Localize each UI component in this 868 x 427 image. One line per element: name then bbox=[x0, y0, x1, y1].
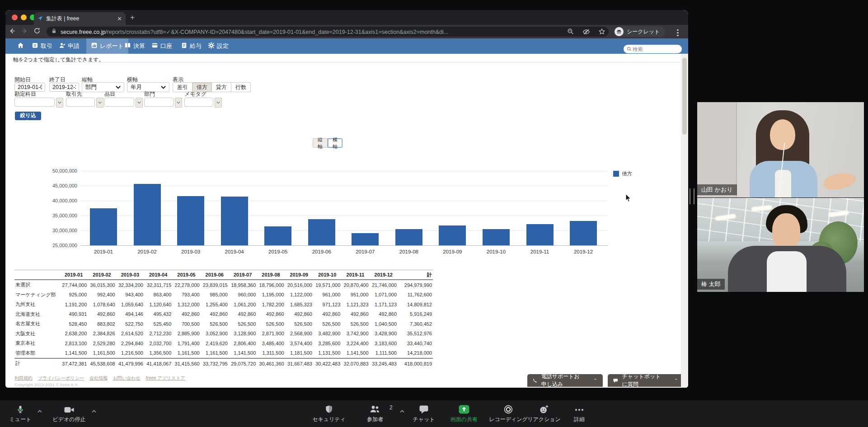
filter-input-メモタグ[interactable] bbox=[184, 98, 213, 107]
share-screen-button[interactable]: 画面の共有 bbox=[444, 404, 484, 423]
macos-minimize-button[interactable] bbox=[21, 14, 27, 20]
nav-item-home[interactable] bbox=[13, 38, 28, 54]
participant-video-2[interactable]: 椿 太郎 bbox=[697, 198, 864, 292]
nav-item-closing[interactable]: 決算 bbox=[120, 38, 150, 54]
table-cell: 883,802 bbox=[88, 319, 116, 329]
browser-menu-icon[interactable] bbox=[677, 28, 679, 38]
bar-2019-05 bbox=[264, 226, 291, 245]
combo-dropdown-button[interactable] bbox=[175, 98, 182, 108]
table-cell: 1,141,500 bbox=[229, 348, 257, 359]
table-cell: 522,750 bbox=[116, 319, 144, 329]
report-icon bbox=[91, 42, 98, 50]
phone-support-button[interactable]: 電話サポートお申し込み ⌃ bbox=[527, 374, 603, 387]
nav-search-box[interactable] bbox=[624, 45, 682, 53]
nav-item-settings[interactable]: 設定 bbox=[203, 38, 233, 54]
footer-link[interactable]: プライバシーポリシー bbox=[38, 375, 84, 381]
table-cell: 7,360,452 bbox=[398, 319, 433, 329]
table-cell: 27,744,000 bbox=[60, 280, 88, 290]
table-cell: 23,839,015 bbox=[201, 280, 229, 290]
x-axis-label: 2019-01 bbox=[85, 249, 122, 254]
table-row: 未選択27,744,00036,015,30032,334,20032,311,… bbox=[14, 280, 433, 290]
bookmark-star-icon[interactable] bbox=[598, 28, 605, 37]
table-cell: 1,059,640 bbox=[116, 300, 144, 310]
table-cell: 492,860 bbox=[313, 310, 341, 319]
mute-button[interactable]: ミュート bbox=[7, 404, 33, 423]
filter-submit-button[interactable]: 絞り込む bbox=[15, 112, 41, 120]
display-option-貸方[interactable]: 貸方 bbox=[212, 82, 231, 92]
table-cell: 492,860 bbox=[370, 310, 398, 319]
mute-options-chevron[interactable] bbox=[37, 407, 42, 415]
axis-toggle-横軸[interactable]: 横軸 bbox=[328, 138, 343, 148]
table-row: 九州支社1,191,2001,078,6401,059,6401,120,640… bbox=[14, 300, 433, 310]
new-tab-button[interactable]: + bbox=[130, 14, 135, 21]
incognito-badge[interactable]: シークレット bbox=[614, 26, 665, 37]
filter-input-部門[interactable] bbox=[144, 98, 174, 107]
forward-icon[interactable] bbox=[18, 27, 31, 37]
nav-item-request[interactable]: 申請 bbox=[54, 38, 84, 54]
filter-input-取引先[interactable] bbox=[66, 98, 95, 107]
chatbot-button[interactable]: チャットボットに質問 ⌃ bbox=[608, 374, 684, 387]
tracking-protection-eye-icon[interactable] bbox=[582, 28, 590, 38]
phone-icon bbox=[533, 377, 537, 384]
page-scrollbar[interactable] bbox=[681, 54, 688, 388]
combo-dropdown-button[interactable] bbox=[136, 98, 143, 108]
participants-options-chevron[interactable] bbox=[399, 407, 405, 415]
table-cell: 2,885,900 bbox=[172, 329, 200, 339]
footer-link[interactable]: freee アプリストア bbox=[146, 375, 185, 381]
tab-title: 集計表 | freee bbox=[46, 15, 117, 23]
nav-item-account[interactable]: 口座 bbox=[147, 38, 177, 54]
video-panel-handle[interactable] bbox=[690, 188, 694, 204]
vertical-axis-select[interactable]: 部門 bbox=[82, 82, 124, 92]
nav-item-payroll[interactable]: 給与 bbox=[176, 38, 206, 54]
bar-2019-06 bbox=[308, 219, 335, 245]
row-label: マーケティング部 bbox=[14, 290, 60, 300]
participant-video-1[interactable]: 山田 かおり bbox=[697, 102, 864, 197]
address-bar[interactable]: secure.freee.co.jp/reports/crosstabs?utf… bbox=[47, 27, 609, 37]
zoom-out-icon[interactable] bbox=[567, 28, 574, 37]
table-column-header: 2019-11 bbox=[341, 270, 369, 280]
x-axis-label: 2019-09 bbox=[434, 249, 470, 254]
table-cell: 1,216,500 bbox=[116, 348, 144, 359]
axis-toggle-縦軸[interactable]: 縦軸 bbox=[313, 138, 328, 148]
security-button[interactable]: セキュリティ bbox=[309, 404, 349, 423]
table-cell: 494,146 bbox=[116, 310, 144, 319]
table-cell: 33,245,483 bbox=[370, 358, 398, 369]
x-axis-label: 2019-06 bbox=[304, 249, 340, 254]
bar-2019-09 bbox=[439, 225, 466, 245]
table-cell: 3,428,900 bbox=[370, 329, 398, 339]
video1-background bbox=[697, 102, 737, 197]
back-icon[interactable] bbox=[5, 27, 18, 37]
footer-link[interactable]: 利用規約 bbox=[14, 375, 33, 381]
more-button[interactable]: 詳細 bbox=[566, 404, 593, 423]
record-button[interactable]: レコーディング bbox=[487, 404, 530, 423]
footer-link[interactable]: お問い合わせ bbox=[113, 375, 141, 381]
participants-button[interactable]: 参加者 bbox=[357, 404, 393, 423]
scrollbar-thumb[interactable] bbox=[682, 58, 687, 135]
browser-tab[interactable]: 集計表 | freee ✕ bbox=[34, 12, 126, 25]
search-input[interactable] bbox=[632, 46, 679, 52]
x-axis-label: 2019-04 bbox=[216, 249, 253, 254]
combo-dropdown-button[interactable] bbox=[56, 98, 63, 108]
display-option-行数[interactable]: 行数 bbox=[231, 82, 251, 92]
filter-input-勘定科目[interactable] bbox=[14, 98, 55, 107]
bar-2019-03 bbox=[177, 196, 204, 245]
table-cell: 1,356,500 bbox=[144, 348, 172, 359]
stop-video-button[interactable]: ビデオの停止 bbox=[51, 404, 88, 423]
chat-button[interactable]: チャット bbox=[409, 404, 439, 423]
chart-gridline bbox=[80, 171, 608, 171]
macos-close-button[interactable] bbox=[12, 14, 18, 20]
table-cell: 1,161,500 bbox=[201, 348, 229, 359]
table-cell: 1,121,323 bbox=[341, 300, 369, 310]
filter-label: 品目 bbox=[104, 90, 115, 98]
footer-link[interactable]: 会社情報 bbox=[89, 375, 108, 381]
filter-input-品目[interactable] bbox=[104, 98, 134, 107]
reload-icon[interactable] bbox=[31, 27, 43, 36]
reactions-button[interactable]: リアクション bbox=[525, 404, 563, 423]
combo-dropdown-button[interactable] bbox=[215, 98, 222, 108]
combo-dropdown-button[interactable] bbox=[96, 98, 103, 108]
video-options-chevron[interactable] bbox=[91, 407, 97, 415]
tab-close-icon[interactable]: ✕ bbox=[117, 16, 122, 22]
table-column-header: 2019-03 bbox=[116, 270, 144, 280]
nav-item-deal[interactable]: 取引 bbox=[27, 38, 57, 54]
table-cell: 490,931 bbox=[60, 310, 88, 319]
